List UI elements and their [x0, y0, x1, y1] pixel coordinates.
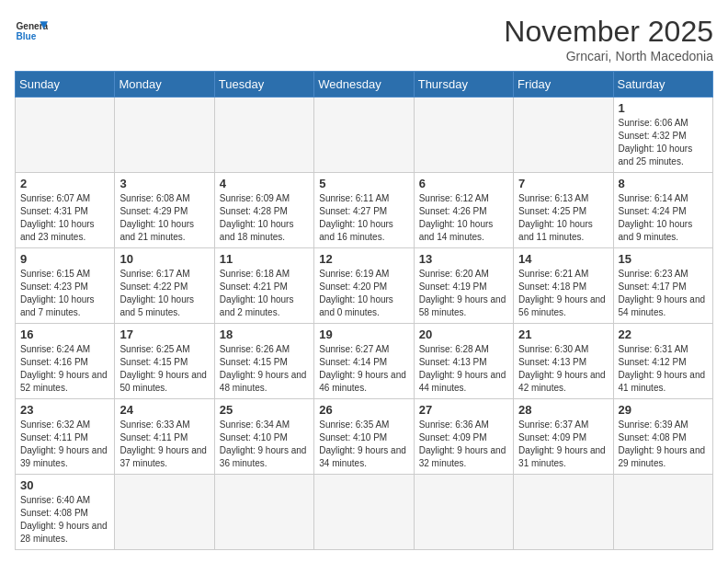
calendar-cell: 24Sunrise: 6:33 AM Sunset: 4:11 PM Dayli… [115, 399, 214, 475]
logo: General Blue [15, 15, 48, 48]
calendar-cell: 25Sunrise: 6:34 AM Sunset: 4:10 PM Dayli… [214, 399, 313, 475]
day-info: Sunrise: 6:12 AM Sunset: 4:26 PM Dayligh… [419, 192, 508, 244]
day-info: Sunrise: 6:35 AM Sunset: 4:10 PM Dayligh… [319, 419, 408, 470]
day-info: Sunrise: 6:08 AM Sunset: 4:29 PM Dayligh… [119, 192, 209, 244]
calendar-cell: 2Sunrise: 6:07 AM Sunset: 4:31 PM Daylig… [16, 173, 115, 248]
day-info: Sunrise: 6:32 AM Sunset: 4:11 PM Dayligh… [20, 419, 109, 470]
day-info: Sunrise: 6:13 AM Sunset: 4:25 PM Dayligh… [518, 192, 608, 244]
day-info: Sunrise: 6:30 AM Sunset: 4:13 PM Dayligh… [518, 343, 608, 395]
calendar-cell [214, 98, 313, 173]
weekday-header-saturday: Saturday [613, 72, 712, 98]
calendar-cell: 1Sunrise: 6:06 AM Sunset: 4:32 PM Daylig… [613, 98, 712, 173]
calendar-cell: 6Sunrise: 6:12 AM Sunset: 4:26 PM Daylig… [414, 173, 513, 248]
day-number: 26 [319, 403, 408, 417]
svg-text:Blue: Blue [16, 31, 36, 41]
weekday-header-thursday: Thursday [414, 72, 513, 98]
day-number: 10 [119, 252, 209, 266]
day-number: 9 [20, 252, 109, 266]
calendar-cell: 7Sunrise: 6:13 AM Sunset: 4:25 PM Daylig… [514, 173, 613, 248]
day-info: Sunrise: 6:34 AM Sunset: 4:10 PM Dayligh… [220, 419, 309, 470]
day-info: Sunrise: 6:18 AM Sunset: 4:21 PM Dayligh… [220, 268, 309, 319]
day-info: Sunrise: 6:19 AM Sunset: 4:20 PM Dayligh… [319, 268, 408, 319]
calendar-cell: 23Sunrise: 6:32 AM Sunset: 4:11 PM Dayli… [16, 399, 115, 475]
day-number: 22 [619, 327, 708, 341]
day-info: Sunrise: 6:27 AM Sunset: 4:14 PM Dayligh… [319, 343, 408, 395]
location: Grncari, North Macedonia [504, 49, 713, 63]
day-info: Sunrise: 6:28 AM Sunset: 4:13 PM Dayligh… [419, 343, 508, 395]
day-number: 14 [518, 252, 608, 266]
calendar-cell: 20Sunrise: 6:28 AM Sunset: 4:13 PM Dayli… [414, 324, 513, 399]
day-number: 29 [619, 403, 708, 417]
weekday-header-sunday: Sunday [16, 72, 115, 98]
calendar-cell: 10Sunrise: 6:17 AM Sunset: 4:22 PM Dayli… [115, 248, 214, 324]
calendar-week-row: 16Sunrise: 6:24 AM Sunset: 4:16 PM Dayli… [16, 324, 713, 399]
calendar-cell: 5Sunrise: 6:11 AM Sunset: 4:27 PM Daylig… [314, 173, 414, 248]
calendar-cell: 15Sunrise: 6:23 AM Sunset: 4:17 PM Dayli… [613, 248, 712, 324]
calendar-cell: 28Sunrise: 6:37 AM Sunset: 4:09 PM Dayli… [514, 399, 613, 475]
calendar-cell: 9Sunrise: 6:15 AM Sunset: 4:23 PM Daylig… [16, 248, 115, 324]
day-number: 1 [619, 101, 708, 115]
day-number: 24 [119, 403, 209, 417]
weekday-header-friday: Friday [514, 72, 613, 98]
day-number: 30 [20, 478, 109, 492]
calendar-cell: 22Sunrise: 6:31 AM Sunset: 4:12 PM Dayli… [613, 324, 712, 399]
day-info: Sunrise: 6:06 AM Sunset: 4:32 PM Dayligh… [619, 117, 708, 168]
calendar-week-row: 23Sunrise: 6:32 AM Sunset: 4:11 PM Dayli… [16, 399, 713, 475]
calendar-cell [613, 475, 712, 550]
day-info: Sunrise: 6:14 AM Sunset: 4:24 PM Dayligh… [619, 192, 708, 244]
day-number: 2 [20, 177, 109, 190]
day-number: 28 [518, 403, 608, 417]
day-info: Sunrise: 6:33 AM Sunset: 4:11 PM Dayligh… [119, 419, 209, 470]
calendar-cell [16, 98, 115, 173]
day-info: Sunrise: 6:24 AM Sunset: 4:16 PM Dayligh… [20, 343, 109, 395]
day-number: 3 [119, 177, 209, 190]
calendar-cell: 13Sunrise: 6:20 AM Sunset: 4:19 PM Dayli… [414, 248, 513, 324]
day-info: Sunrise: 6:09 AM Sunset: 4:28 PM Dayligh… [220, 192, 309, 244]
calendar-cell [414, 475, 513, 550]
calendar-cell: 12Sunrise: 6:19 AM Sunset: 4:20 PM Dayli… [314, 248, 414, 324]
calendar-week-row: 2Sunrise: 6:07 AM Sunset: 4:31 PM Daylig… [16, 173, 713, 248]
calendar-cell [115, 475, 214, 550]
calendar-week-row: 30Sunrise: 6:40 AM Sunset: 4:08 PM Dayli… [16, 475, 713, 550]
page-header: General Blue November 2025 Grncari, Nort… [15, 15, 713, 63]
calendar-cell: 21Sunrise: 6:30 AM Sunset: 4:13 PM Dayli… [514, 324, 613, 399]
day-number: 20 [419, 327, 508, 341]
weekday-header-tuesday: Tuesday [214, 72, 313, 98]
day-number: 5 [319, 177, 408, 190]
day-number: 4 [220, 177, 309, 190]
day-number: 6 [419, 177, 508, 190]
calendar: SundayMondayTuesdayWednesdayThursdayFrid… [15, 71, 713, 550]
calendar-week-row: 1Sunrise: 6:06 AM Sunset: 4:32 PM Daylig… [16, 98, 713, 173]
calendar-cell: 14Sunrise: 6:21 AM Sunset: 4:18 PM Dayli… [514, 248, 613, 324]
calendar-cell: 30Sunrise: 6:40 AM Sunset: 4:08 PM Dayli… [16, 475, 115, 550]
day-info: Sunrise: 6:37 AM Sunset: 4:09 PM Dayligh… [518, 419, 608, 470]
day-number: 11 [220, 252, 309, 266]
day-info: Sunrise: 6:20 AM Sunset: 4:19 PM Dayligh… [419, 268, 508, 319]
calendar-cell [314, 475, 414, 550]
calendar-cell: 26Sunrise: 6:35 AM Sunset: 4:10 PM Dayli… [314, 399, 414, 475]
day-number: 13 [419, 252, 508, 266]
day-info: Sunrise: 6:39 AM Sunset: 4:08 PM Dayligh… [619, 419, 708, 470]
day-number: 12 [319, 252, 408, 266]
day-info: Sunrise: 6:40 AM Sunset: 4:08 PM Dayligh… [20, 494, 109, 546]
day-info: Sunrise: 6:07 AM Sunset: 4:31 PM Dayligh… [20, 192, 109, 244]
calendar-cell [115, 98, 214, 173]
day-number: 16 [20, 327, 109, 341]
day-info: Sunrise: 6:21 AM Sunset: 4:18 PM Dayligh… [518, 268, 608, 319]
weekday-header-wednesday: Wednesday [314, 72, 414, 98]
day-number: 19 [319, 327, 408, 341]
day-number: 17 [119, 327, 209, 341]
calendar-cell: 19Sunrise: 6:27 AM Sunset: 4:14 PM Dayli… [314, 324, 414, 399]
calendar-cell: 8Sunrise: 6:14 AM Sunset: 4:24 PM Daylig… [613, 173, 712, 248]
calendar-cell [314, 98, 414, 173]
calendar-cell [514, 475, 613, 550]
calendar-cell: 3Sunrise: 6:08 AM Sunset: 4:29 PM Daylig… [115, 173, 214, 248]
day-info: Sunrise: 6:17 AM Sunset: 4:22 PM Dayligh… [119, 268, 209, 319]
day-number: 27 [419, 403, 508, 417]
weekday-header-monday: Monday [115, 72, 214, 98]
day-number: 21 [518, 327, 608, 341]
calendar-week-row: 9Sunrise: 6:15 AM Sunset: 4:23 PM Daylig… [16, 248, 713, 324]
day-number: 8 [619, 177, 708, 190]
calendar-cell [514, 98, 613, 173]
calendar-cell [214, 475, 313, 550]
